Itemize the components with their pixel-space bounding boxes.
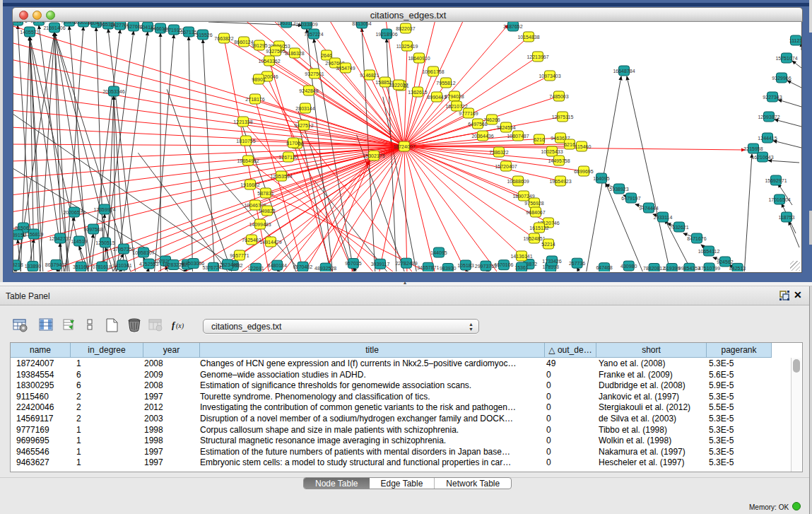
svg-text:12975115: 12975115	[552, 115, 574, 119]
svg-text:118753: 118753	[779, 215, 795, 220]
svg-text:433218: 433218	[13, 262, 23, 267]
svg-text:2487652: 2487652	[503, 24, 522, 29]
svg-text:52214: 52214	[541, 242, 555, 247]
svg-text:10654112: 10654112	[698, 249, 720, 254]
svg-text:1156819: 1156819	[25, 232, 44, 237]
svg-text:9327501: 9327501	[305, 71, 324, 76]
svg-text:9327505: 9327505	[266, 49, 285, 54]
svg-text:6497568: 6497568	[468, 122, 487, 127]
svg-text:4752553: 4752553	[139, 262, 158, 267]
svg-text:9310341: 9310341	[112, 263, 131, 268]
svg-text:6479197: 6479197	[621, 196, 640, 201]
svg-text:12213967: 12213967	[526, 54, 548, 59]
svg-text:3454749: 3454749	[336, 66, 355, 71]
svg-text:11325419: 11325419	[396, 44, 418, 49]
svg-text:9097568: 9097568	[83, 227, 102, 232]
svg-text:19283276: 19283276	[163, 262, 184, 267]
svg-text:114519: 114519	[71, 239, 88, 244]
svg-text:19654982: 19654982	[237, 158, 259, 163]
svg-text:904417: 904417	[30, 22, 47, 23]
svg-text:15302175: 15302175	[363, 153, 384, 158]
svg-text:1615132: 1615132	[529, 226, 548, 230]
svg-text:12353594: 12353594	[270, 174, 292, 179]
svg-text:(x): (x)	[176, 322, 184, 330]
svg-text:3215958: 3215958	[743, 146, 763, 151]
svg-text:391295: 391295	[251, 43, 267, 48]
svg-text:2933114: 2933114	[654, 215, 673, 220]
svg-text:924562: 924562	[717, 259, 733, 264]
svg-text:267736: 267736	[569, 261, 585, 266]
svg-text:98901: 98901	[252, 77, 266, 82]
svg-text:587831: 587831	[257, 191, 273, 196]
svg-text:15751074: 15751074	[775, 56, 797, 61]
svg-text:6794028: 6794028	[445, 94, 464, 99]
svg-text:9146821: 9146821	[360, 73, 379, 78]
svg-text:2646: 2646	[321, 53, 332, 58]
svg-text:164095: 164095	[593, 176, 609, 181]
svg-text:15692971: 15692971	[765, 178, 787, 183]
svg-text:5938923: 5938923	[609, 187, 628, 192]
svg-text:9684067: 9684067	[526, 210, 545, 215]
svg-text:8813054: 8813054	[352, 22, 371, 26]
svg-text:1244415: 1244415	[758, 136, 777, 141]
svg-text:3824554: 3824554	[496, 125, 515, 130]
svg-text:9329966: 9329966	[772, 76, 791, 81]
svg-text:1405571: 1405571	[20, 30, 39, 35]
svg-text:17359924: 17359924	[93, 207, 115, 212]
svg-text:8480184: 8480184	[268, 263, 287, 268]
svg-text:6216: 6216	[534, 137, 545, 142]
svg-text:19654923: 19654923	[549, 179, 571, 184]
svg-text:14099483: 14099483	[249, 222, 271, 227]
svg-text:34657871: 34657871	[417, 265, 439, 270]
svg-text:7515526: 7515526	[193, 33, 212, 37]
svg-text:7857224: 7857224	[304, 32, 323, 37]
svg-text:1362615: 1362615	[408, 90, 427, 95]
svg-text:1267130: 1267130	[278, 155, 298, 160]
svg-text:18907249: 18907249	[512, 194, 534, 199]
svg-text:7485003: 7485003	[549, 94, 568, 99]
svg-text:19218906: 19218906	[375, 32, 397, 37]
svg-text:10154838: 10154838	[517, 35, 539, 40]
svg-text:957015: 957015	[345, 261, 361, 266]
svg-text:746266: 746266	[483, 117, 500, 122]
svg-text:7386322: 7386322	[489, 150, 508, 155]
svg-text:22782489: 22782489	[395, 261, 417, 266]
svg-text:8822037: 8822037	[396, 26, 415, 31]
svg-text:3039117: 3039117	[371, 262, 390, 267]
svg-text:1405571: 1405571	[13, 22, 28, 23]
svg-text:351161: 351161	[73, 264, 89, 269]
svg-text:99854353: 99854353	[678, 266, 700, 271]
svg-text:144095: 144095	[430, 250, 447, 255]
svg-text:430980: 430980	[620, 264, 637, 269]
svg-text:7955812: 7955812	[436, 81, 455, 86]
svg-text:78820812: 78820812	[643, 266, 665, 271]
svg-text:6899695: 6899695	[574, 169, 593, 174]
svg-text:16033809: 16033809	[295, 22, 317, 27]
svg-text:6670106: 6670106	[494, 262, 513, 267]
svg-text:6216: 6216	[564, 142, 575, 147]
svg-text:12342737: 12342737	[49, 236, 71, 241]
svg-text:6270482: 6270482	[293, 264, 312, 269]
svg-text:1221338: 1221338	[233, 119, 252, 124]
svg-text:9227343: 9227343	[763, 95, 782, 100]
svg-text:10973403: 10973403	[539, 74, 560, 78]
svg-text:10958107: 10958107	[132, 250, 154, 255]
svg-text:16210643: 16210643	[751, 155, 773, 160]
svg-text:21691406: 21691406	[43, 25, 65, 30]
svg-text:9427512: 9427512	[294, 123, 313, 128]
svg-text:2718176: 2718176	[245, 97, 264, 102]
svg-text:12823448: 12823448	[216, 262, 238, 267]
svg-text:7663822: 7663822	[214, 36, 233, 41]
svg-text:122691: 122691	[247, 266, 264, 271]
svg-text:10025433: 10025433	[541, 149, 563, 154]
svg-text:20206578: 20206578	[63, 210, 85, 215]
svg-text:9756928: 9756928	[524, 201, 543, 206]
svg-text:81700: 81700	[286, 141, 300, 146]
svg-text:2803144: 2803144	[295, 106, 314, 111]
svg-text:9474444: 9474444	[639, 206, 658, 211]
svg-text:133890: 133890	[25, 264, 41, 269]
svg-text:16210722: 16210722	[445, 104, 467, 109]
svg-text:83503056: 83503056	[182, 261, 204, 266]
svg-text:647468: 647468	[596, 265, 612, 270]
svg-text:47510799: 47510799	[698, 266, 720, 271]
